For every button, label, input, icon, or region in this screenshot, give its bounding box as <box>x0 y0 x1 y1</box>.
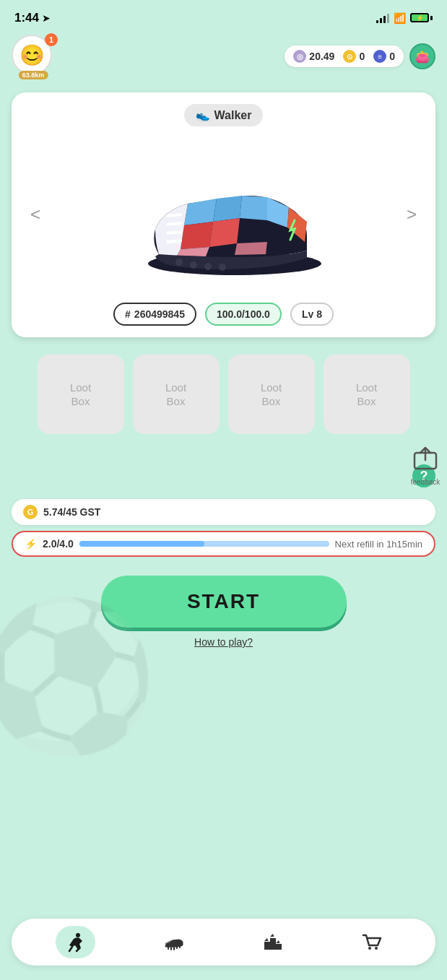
bottom-nav <box>0 910 447 980</box>
leaderboard-icon <box>261 931 285 954</box>
svg-point-18 <box>375 947 378 950</box>
energy-fill <box>79 541 204 547</box>
sneaker-nav-icon <box>162 931 186 954</box>
svg-rect-13 <box>276 944 282 950</box>
energy-bar: ⚡ 2.0/4.0 Next refill in 1h15min <box>12 531 435 557</box>
location-icon: ➤ <box>42 12 51 24</box>
loot-boxes-container: Loot Box Loot Box Loot Box Loot Box <box>0 343 447 446</box>
coin-icon: ⊙ <box>343 50 356 63</box>
streak-currency: ≡ 0 <box>373 50 395 63</box>
sneaker-type-badge: 👟 Walker <box>184 104 264 126</box>
gst-icon: ◎ <box>293 50 306 63</box>
svg-marker-16 <box>276 940 280 943</box>
loot-box-4[interactable]: Loot Box <box>324 355 410 434</box>
start-button[interactable]: START <box>101 576 347 628</box>
sneaker-card: 👟 Walker < <box>12 92 435 337</box>
feedback-button[interactable]: feedback <box>404 443 447 486</box>
energy-label: 2.0/4.0 <box>43 538 74 550</box>
start-section: START How to play? <box>0 576 447 648</box>
status-time: 1:44 <box>14 11 39 25</box>
status-bar: 1:44 ➤ 📶 ⚡ <box>0 0 447 32</box>
gst-bar-label: 5.74/45 GST <box>43 506 100 518</box>
sneaker-id: # 260499845 <box>113 303 196 326</box>
svg-point-6 <box>190 261 197 269</box>
svg-point-7 <box>204 263 212 270</box>
top-nav: 😊 1 63.8km ◎ 20.49 ⊙ 0 ≡ 0 👛 <box>0 32 447 87</box>
feedback-icon <box>411 443 440 477</box>
battery-icon: ⚡ <box>410 13 433 22</box>
next-sneaker-button[interactable]: > <box>399 197 424 232</box>
nav-leaderboard[interactable] <box>253 926 292 958</box>
sneaker-durability: 100.0/100.0 <box>205 303 282 326</box>
cart-icon <box>360 931 383 954</box>
svg-marker-15 <box>264 938 269 941</box>
loot-box-1[interactable]: Loot Box <box>38 355 124 434</box>
bottom-nav-inner <box>12 919 435 966</box>
svg-point-17 <box>368 947 371 950</box>
stats-section: ? feedback G 5.74/45 GST ⚡ 2.0/4.0 <box>0 457 447 576</box>
id-value: 260499845 <box>134 308 185 320</box>
sneaker-type-icon: 👟 <box>196 108 210 122</box>
gst-bar: G 5.74/45 GST <box>12 499 435 525</box>
sneaker-image <box>123 142 325 287</box>
notification-badge: 1 <box>45 33 58 46</box>
sneaker-info: # 260499845 100.0/100.0 Lv 8 <box>23 303 424 326</box>
svg-point-10 <box>76 933 80 937</box>
wallet-button[interactable]: 👛 <box>409 43 435 69</box>
how-to-play-link[interactable]: How to play? <box>12 636 435 648</box>
signal-icon <box>376 13 389 23</box>
run-icon <box>64 931 87 954</box>
svg-point-8 <box>219 264 226 271</box>
sneaker-level: Lv 8 <box>290 303 334 326</box>
avatar-container[interactable]: 😊 1 63.8km <box>12 35 55 78</box>
sneaker-display: < <box>23 135 424 294</box>
gst-bar-icon: G <box>23 505 38 519</box>
loot-box-2[interactable]: Loot Box <box>133 355 220 434</box>
prev-sneaker-button[interactable]: < <box>23 197 48 232</box>
svg-point-5 <box>175 259 183 266</box>
feedback-label: feedback <box>411 478 441 486</box>
energy-progress-bar <box>79 541 329 547</box>
distance-label: 63.8km <box>19 71 48 79</box>
gst-currency: ◎ 20.49 <box>293 50 334 63</box>
refill-label: Next refill in 1h15min <box>335 539 422 550</box>
nav-sneaker[interactable] <box>155 926 194 958</box>
svg-rect-11 <box>270 938 276 950</box>
svg-marker-14 <box>270 934 274 937</box>
loot-box-3[interactable]: Loot Box <box>228 355 315 434</box>
streak-icon: ≡ <box>373 50 386 63</box>
nav-store[interactable] <box>352 926 391 958</box>
wifi-icon: 📶 <box>394 12 406 24</box>
status-icons: 📶 ⚡ <box>376 12 433 24</box>
energy-bolt-icon: ⚡ <box>25 538 37 550</box>
coin-currency: ⊙ 0 <box>343 50 365 63</box>
id-hash: # <box>125 308 131 320</box>
svg-rect-12 <box>264 942 270 950</box>
nav-home[interactable] <box>56 926 95 958</box>
currency-bar: ◎ 20.49 ⊙ 0 ≡ 0 <box>285 45 404 67</box>
